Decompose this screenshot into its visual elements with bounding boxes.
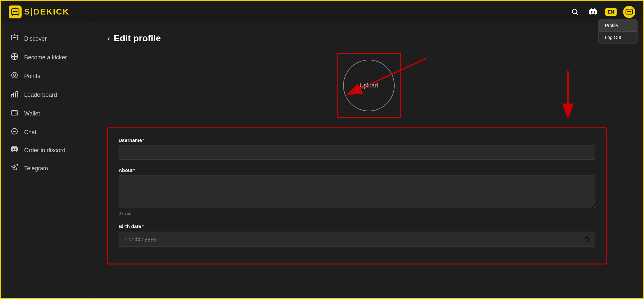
chat-icon: [10, 127, 19, 137]
char-count: 0 / 255: [119, 211, 595, 216]
svg-line-9: [576, 13, 578, 15]
become-kicker-label: Become a kicker: [24, 54, 67, 61]
telegram-label: Telegram: [24, 165, 48, 172]
profile-button[interactable]: Profile: [599, 20, 637, 32]
birthdate-required: *: [142, 224, 144, 229]
svg-point-25: [12, 72, 17, 78]
order-discord-icon: [10, 146, 19, 154]
username-input[interactable]: [119, 145, 595, 160]
main-layout: Discover Become a kicker Points: [1, 23, 643, 298]
logo: S|DEKICK: [9, 5, 69, 18]
svg-rect-13: [628, 11, 630, 12]
logo-icon: [9, 5, 22, 18]
about-label: About*: [119, 167, 595, 173]
upload-label: Upload: [360, 82, 378, 89]
about-textarea[interactable]: [119, 175, 595, 208]
about-required: *: [133, 167, 135, 173]
profile-dropdown: Profile Log Out: [598, 19, 638, 44]
lang-badge[interactable]: EN: [605, 8, 617, 16]
about-group: About* 0 / 255: [119, 167, 595, 216]
back-button[interactable]: ‹: [107, 34, 110, 43]
wallet-label: Wallet: [24, 110, 40, 117]
birthdate-label: Birth date*: [119, 224, 595, 229]
page-title: Edit profile: [114, 33, 161, 44]
discord-icon[interactable]: [587, 6, 599, 18]
svg-point-5: [15, 7, 15, 8]
sidebar-item-wallet[interactable]: Wallet: [1, 104, 94, 123]
form-section: Username* About* 0 / 255 Birth date*: [107, 127, 607, 264]
username-required: *: [143, 137, 145, 143]
svg-point-26: [13, 74, 16, 76]
header-right: EN: [569, 6, 635, 18]
birthdate-input[interactable]: [119, 232, 595, 247]
header: S|DEKICK EN Profile Log Out: [1, 1, 643, 23]
content-area: ‹ Edit profile Upload: [94, 23, 643, 298]
sidebar-item-become-kicker[interactable]: Become a kicker: [1, 48, 94, 67]
svg-point-31: [16, 113, 17, 114]
svg-point-19: [14, 34, 15, 35]
become-kicker-icon: [10, 53, 19, 62]
svg-point-15: [13, 37, 14, 38]
svg-rect-30: [11, 111, 18, 115]
svg-point-12: [630, 11, 631, 12]
svg-rect-28: [14, 93, 15, 97]
svg-point-11: [627, 11, 629, 12]
sidebar-item-order-discord[interactable]: Order in discord: [1, 142, 94, 159]
chat-label: Chat: [24, 129, 36, 136]
discover-label: Discover: [24, 35, 47, 42]
avatar-upload-box[interactable]: Upload: [337, 53, 401, 118]
sidebar-item-telegram[interactable]: Telegram: [1, 159, 94, 178]
logout-button[interactable]: Log Out: [599, 32, 637, 43]
svg-rect-17: [14, 37, 15, 38]
svg-rect-29: [16, 92, 18, 97]
sidebar: Discover Become a kicker Points: [1, 23, 94, 298]
leaderboard-label: Leaderboard: [24, 92, 57, 98]
svg-point-1: [13, 11, 14, 12]
page-header: ‹ Edit profile: [107, 33, 630, 44]
svg-rect-27: [11, 95, 13, 97]
sidebar-item-chat[interactable]: Chat: [1, 123, 94, 142]
logo-text: S|DEKICK: [24, 7, 69, 17]
user-avatar-icon[interactable]: [623, 6, 635, 18]
sidebar-item-discover[interactable]: Discover: [1, 29, 94, 48]
birthdate-group: Birth date*: [119, 224, 595, 247]
points-icon: [10, 71, 19, 81]
discover-icon: [10, 34, 19, 44]
order-discord-label: Order in discord: [24, 147, 65, 154]
svg-rect-3: [14, 11, 16, 12]
username-label: Username*: [119, 137, 595, 143]
sidebar-item-points[interactable]: Points: [1, 67, 94, 85]
wallet-icon: [10, 109, 19, 118]
telegram-icon: [10, 164, 19, 173]
leaderboard-icon: [10, 90, 19, 100]
search-icon[interactable]: [569, 6, 581, 18]
svg-point-2: [16, 11, 18, 12]
sidebar-item-leaderboard[interactable]: Leaderboard: [1, 85, 94, 104]
username-group: Username*: [119, 137, 595, 160]
points-label: Points: [24, 73, 40, 80]
avatar-circle: Upload: [343, 60, 395, 111]
svg-point-16: [15, 37, 16, 38]
avatar-upload-section: Upload: [107, 53, 630, 118]
